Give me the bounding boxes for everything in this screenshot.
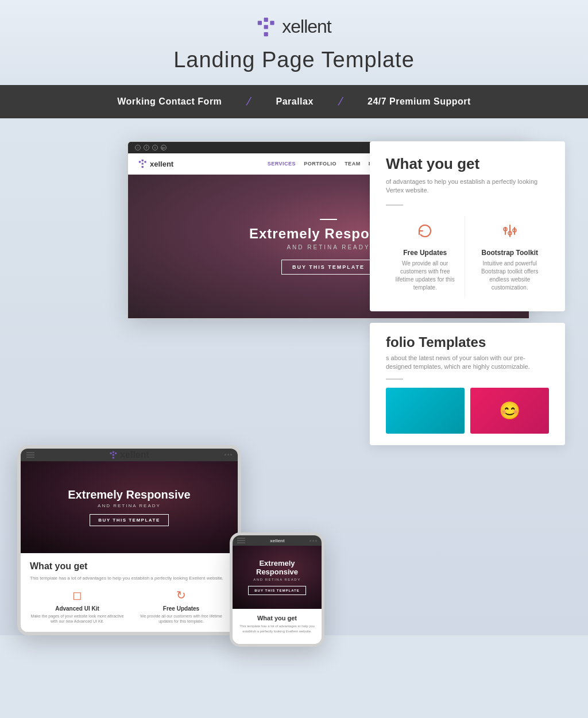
tablet-content: What you get This template has a lot of … <box>21 553 238 632</box>
phone-hero-title: Extremely Responsive <box>238 559 316 576</box>
phone-hamburger[interactable] <box>237 538 245 543</box>
wyg-feature-2: Bootstrap Toolkit Intuitive and powerful… <box>471 216 550 298</box>
wyg-divider <box>386 204 403 206</box>
tablet-feature-2: ↻ Free Updates We provide all our custom… <box>134 588 229 624</box>
feature-divider-2: / <box>337 95 344 109</box>
tablet-feature-1: ◻ Advanced UI Kit Make the pages of your… <box>30 588 125 624</box>
tablet-hero-sub: AND RETINA READY <box>98 503 161 508</box>
tablet-feature-title-2: Free Updates <box>134 605 229 612</box>
svg-rect-14 <box>115 452 117 454</box>
wyg-feature-text-1: We provide all our customers with free l… <box>392 260 459 292</box>
phone-logo-text: xellent <box>270 538 284 543</box>
tablet-section-text: This template has a lot of advantages to… <box>30 575 229 581</box>
social-icon-1: ○ <box>135 145 141 150</box>
nav-logo-icon <box>138 159 148 168</box>
svg-rect-1 <box>264 17 268 21</box>
wyg-feature-icon-2 <box>477 222 544 244</box>
portfolio-desc: s about the latest news of your salon wi… <box>386 354 549 372</box>
wyg-feature-1: Free Updates We provide all our customer… <box>386 216 465 298</box>
svg-rect-7 <box>142 163 144 164</box>
svg-rect-3 <box>264 32 268 36</box>
phone-hero: Extremely Responsive AND RETINA READY BU… <box>233 546 322 609</box>
devices-row: xellent Extremely Responsive AND RETINA … <box>17 445 324 635</box>
svg-rect-13 <box>113 457 114 458</box>
svg-rect-0 <box>258 21 262 25</box>
svg-rect-11 <box>113 451 114 453</box>
feature-item-2: Parallax <box>253 96 336 107</box>
wyg-feature-title-2: Bootstrap Toolkit <box>477 249 544 257</box>
preview-section: ○ f t g+ +1 (409) 987-5874 <box>0 118 588 635</box>
tablet-hero: Extremely Responsive AND RETINA READY BU… <box>21 461 238 553</box>
social-icon-4: g+ <box>161 145 167 150</box>
tablet-hero-buy-button[interactable]: BUY THIS TEMPLATE <box>90 514 168 526</box>
tablet-mockup: xellent Extremely Responsive AND RETINA … <box>17 445 241 635</box>
phone-hero-buy-button[interactable]: BUY THIS TEMPLATE <box>248 586 305 595</box>
right-panel: What you get of advantages to help you e… <box>370 141 565 445</box>
tablet-hero-title: Extremely Responsive <box>68 488 190 501</box>
tablet-section-title: What you get <box>30 561 229 572</box>
tablet-nav-logo: xellent <box>110 450 149 460</box>
wyg-features: Free Updates We provide all our customer… <box>386 216 549 298</box>
tablet-menu-icon[interactable] <box>225 454 232 455</box>
site-nav-logo: xellent <box>138 159 173 168</box>
phone-mockup: xellent Extremely Responsive AND RETINA … <box>230 532 324 647</box>
portfolio-card: folio Templates s about the latest news … <box>370 323 565 445</box>
portfolio-images: 😊 <box>386 388 549 434</box>
tablet-feature-icon-2: ↻ <box>134 588 229 602</box>
phone-menu-icon[interactable] <box>310 540 317 542</box>
tablet-logo-text: xellent <box>120 450 149 460</box>
nav-logo-text: xellent <box>150 160 173 168</box>
svg-rect-10 <box>110 452 112 454</box>
social-icon-2: f <box>144 145 149 150</box>
tablet-logo-icon <box>110 451 118 459</box>
wyg-feature-icon-1 <box>392 222 459 244</box>
wyg-desc: of advantages to help you establish a pe… <box>386 177 549 195</box>
nav-link-team[interactable]: TEAM <box>345 161 361 167</box>
tablet-feature-icon-1: ◻ <box>30 588 125 602</box>
portfolio-title: folio Templates <box>386 334 549 350</box>
svg-rect-9 <box>144 161 146 163</box>
feature-bar: Working Contact Form / Parallax / 24/7 P… <box>0 85 588 118</box>
portfolio-image-face: 😊 <box>499 400 520 420</box>
svg-rect-8 <box>142 166 144 168</box>
tablet-hamburger[interactable] <box>26 452 34 458</box>
refresh-icon <box>416 222 434 240</box>
tablet-feature-text-2: We provide all our customers with free l… <box>134 613 229 624</box>
header: xellent Landing Page Template <box>0 0 588 85</box>
nav-link-portfolio[interactable]: PORTFOLIO <box>304 161 336 167</box>
portfolio-image-2: 😊 <box>470 388 549 434</box>
tablet-feature-text-1: Make the pages of your website look more… <box>30 613 125 624</box>
page-title: Landing Page Template <box>0 48 588 72</box>
logo-text: xellent <box>282 16 331 37</box>
tablet-topbar: xellent <box>21 449 238 461</box>
feature-item-1: Working Contact Form <box>94 96 245 107</box>
tablet-feature-title-1: Advanced UI Kit <box>30 605 125 612</box>
portfolio-image-1 <box>386 388 465 434</box>
what-you-get-card: What you get of advantages to help you e… <box>370 141 565 311</box>
wyg-feature-text-2: Intuitive and powerful Bootstrap toolkit… <box>477 260 544 292</box>
social-icon-3: t <box>152 145 158 150</box>
portfolio-divider <box>386 379 403 380</box>
hero-buy-button[interactable]: BUY THIS TEMPLATE <box>281 260 376 275</box>
tablet-features: ◻ Advanced UI Kit Make the pages of your… <box>30 588 229 624</box>
svg-rect-2 <box>264 25 268 29</box>
logo-icon <box>257 17 277 37</box>
svg-rect-12 <box>113 454 114 455</box>
phone-content: What you get This template has a lot of … <box>233 609 322 644</box>
hero-line <box>320 219 337 220</box>
svg-rect-4 <box>270 21 274 25</box>
wyg-feature-title-1: Free Updates <box>392 249 459 257</box>
feature-item-3: 24/7 Premium Support <box>345 96 494 107</box>
logo-area: xellent <box>0 16 588 37</box>
toolkit-icon <box>501 222 519 240</box>
feature-divider-1: / <box>246 95 253 109</box>
topbar-icons: ○ f t g+ <box>135 145 167 150</box>
svg-rect-5 <box>139 161 141 163</box>
phone-topbar: xellent <box>233 535 322 546</box>
phone-section-title: What you get <box>238 615 316 622</box>
nav-link-services[interactable]: SERVICES <box>268 161 296 167</box>
svg-rect-6 <box>142 160 144 161</box>
phone-section-text: This template has a lot of advantages to… <box>238 624 316 634</box>
phone-hero-sub: AND RETINA READY <box>253 578 300 581</box>
wyg-title: What you get <box>386 155 549 173</box>
